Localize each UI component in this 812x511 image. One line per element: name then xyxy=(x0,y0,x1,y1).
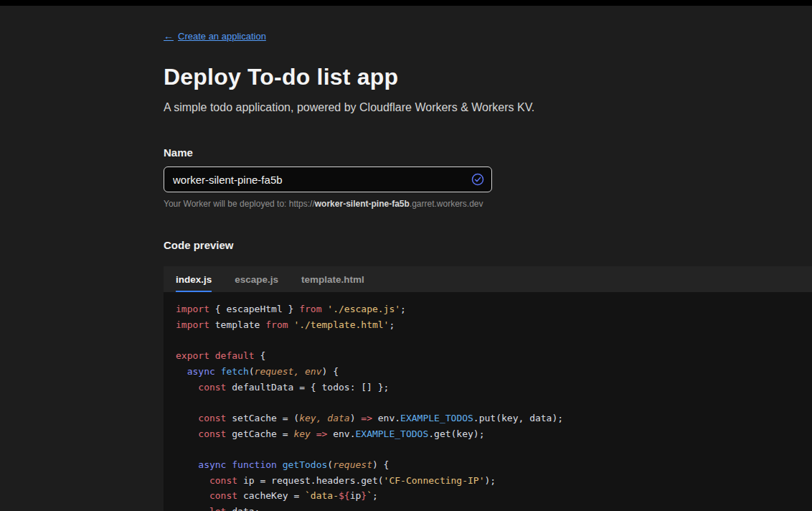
name-field-section: Name Your Worker will be deployed to: ht… xyxy=(164,146,812,209)
deploy-url-helper: Your Worker will be deployed to: https:/… xyxy=(164,199,812,209)
page-subtitle: A simple todo application, powered by Cl… xyxy=(164,101,812,114)
validation-check-icon xyxy=(471,173,484,186)
code-line xyxy=(176,441,801,457)
top-bar xyxy=(0,0,812,6)
helper-suffix: .garret.workers.dev xyxy=(410,199,483,209)
main-content: ← Create an application Deploy To-do lis… xyxy=(164,6,812,251)
code-preview-panel: index.js escape.js template.html import … xyxy=(164,266,812,511)
code-line: const getCache = key => env.EXAMPLE_TODO… xyxy=(176,426,801,442)
back-link[interactable]: ← Create an application xyxy=(164,30,266,42)
code-line xyxy=(176,332,801,348)
code-line: async function getTodos(request) { xyxy=(176,457,801,473)
code-line: const defaultData = { todos: [] }; xyxy=(176,380,801,395)
name-input-wrap xyxy=(164,167,492,192)
tab-template-html[interactable]: template.html xyxy=(301,266,364,292)
tab-index-js[interactable]: index.js xyxy=(176,266,212,292)
code-line: export default { xyxy=(176,348,801,364)
code-line: import template from './template.html'; xyxy=(176,317,801,333)
code-line xyxy=(176,395,801,411)
code-line: const ip = request.headers.get('CF-Conne… xyxy=(176,473,801,489)
back-arrow-icon: ← xyxy=(164,30,174,42)
code-line: const cacheKey = `data-${ip}`; xyxy=(176,488,801,504)
helper-worker-name: worker-silent-pine-fa5b xyxy=(315,199,410,209)
code-line: const setCache = (key, data) => env.EXAM… xyxy=(176,411,801,426)
name-label: Name xyxy=(164,146,812,159)
back-link-label: Create an application xyxy=(178,31,266,42)
name-input[interactable] xyxy=(164,167,492,192)
tab-escape-js[interactable]: escape.js xyxy=(235,266,278,292)
code-line: async fetch(request, env) { xyxy=(176,364,801,380)
code-block: import { escapeHtml } from './escape.js'… xyxy=(164,292,812,511)
code-line: import { escapeHtml } from './escape.js'… xyxy=(176,301,801,317)
code-tab-bar: index.js escape.js template.html xyxy=(164,266,812,292)
helper-prefix: Your Worker will be deployed to: https:/… xyxy=(164,199,315,209)
page-title: Deploy To-do list app xyxy=(164,64,812,90)
code-preview-heading: Code preview xyxy=(164,239,812,251)
code-line: let data; xyxy=(176,504,801,511)
